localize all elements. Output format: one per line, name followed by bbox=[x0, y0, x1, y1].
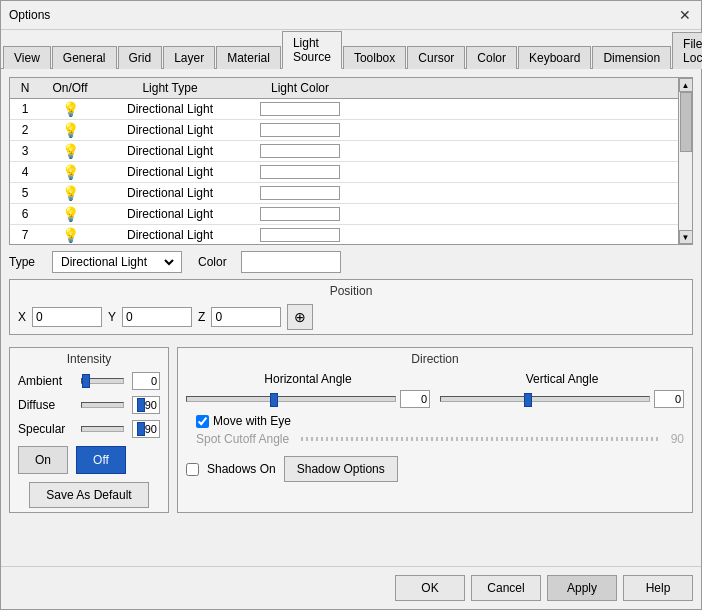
close-button[interactable]: ✕ bbox=[677, 7, 693, 23]
light-type: Directional Light bbox=[100, 228, 240, 242]
light-type: Directional Light bbox=[100, 207, 240, 221]
horizontal-angle-group: Horizontal Angle bbox=[186, 372, 430, 408]
spot-cutoff-track bbox=[301, 437, 658, 441]
tab-general[interactable]: General bbox=[52, 46, 117, 69]
light-type: Directional Light bbox=[100, 186, 240, 200]
options-window: Options ✕ View General Grid Layer Materi… bbox=[0, 0, 702, 610]
angle-row: Horizontal Angle Vertical Angle bbox=[186, 372, 684, 408]
content-area: N On/Off Light Type Light Color 1 💡 Dire… bbox=[1, 69, 701, 566]
type-label: Type bbox=[9, 255, 44, 269]
tab-keyboard[interactable]: Keyboard bbox=[518, 46, 591, 69]
scroll-thumb[interactable] bbox=[680, 92, 692, 152]
scrollbar[interactable]: ▲ ▼ bbox=[678, 78, 692, 244]
diffuse-slider[interactable] bbox=[81, 402, 124, 408]
help-button[interactable]: Help bbox=[623, 575, 693, 601]
bulb-icon: 💡 bbox=[62, 227, 79, 243]
apply-button[interactable]: Apply bbox=[547, 575, 617, 601]
x-input[interactable] bbox=[32, 307, 102, 327]
intensity-title: Intensity bbox=[18, 352, 160, 366]
cancel-button[interactable]: Cancel bbox=[471, 575, 541, 601]
bulb-icon: 💡 bbox=[62, 164, 79, 180]
table-row[interactable]: 2 💡 Directional Light bbox=[10, 120, 692, 141]
table-row[interactable]: 4 💡 Directional Light bbox=[10, 162, 692, 183]
tab-dimension[interactable]: Dimension bbox=[592, 46, 671, 69]
globe-button[interactable]: ⊕ bbox=[287, 304, 313, 330]
spot-cutoff-row: Spot Cutoff Angle 90 bbox=[186, 432, 684, 446]
tab-color[interactable]: Color bbox=[466, 46, 517, 69]
tab-view[interactable]: View bbox=[3, 46, 51, 69]
y-label: Y bbox=[108, 310, 116, 324]
save-default-button[interactable]: Save As Default bbox=[29, 482, 148, 508]
on-button[interactable]: On bbox=[18, 446, 68, 474]
table-row[interactable]: 3 💡 Directional Light bbox=[10, 141, 692, 162]
bottom-bar: OK Cancel Apply Help bbox=[1, 566, 701, 609]
shadow-options-button[interactable]: Shadow Options bbox=[284, 456, 398, 482]
panels-row: Intensity Ambient Diffuse bbox=[9, 347, 693, 513]
save-default-row: Save As Default bbox=[18, 482, 160, 508]
ambient-thumb[interactable] bbox=[82, 374, 90, 388]
color-swatch[interactable] bbox=[260, 102, 340, 116]
ambient-slider[interactable] bbox=[81, 378, 124, 384]
ambient-label: Ambient bbox=[18, 374, 73, 388]
diffuse-row: Diffuse bbox=[18, 396, 160, 414]
color-picker[interactable] bbox=[241, 251, 341, 273]
h-angle-slider-row bbox=[186, 390, 430, 408]
h-angle-value[interactable] bbox=[400, 390, 430, 408]
tab-layer[interactable]: Layer bbox=[163, 46, 215, 69]
light-table: N On/Off Light Type Light Color 1 💡 Dire… bbox=[9, 77, 693, 245]
bulb-icon: 💡 bbox=[62, 101, 79, 117]
h-angle-thumb[interactable] bbox=[270, 393, 278, 407]
ambient-value[interactable] bbox=[132, 372, 160, 390]
specular-slider[interactable] bbox=[81, 426, 124, 432]
table-header: N On/Off Light Type Light Color bbox=[10, 78, 692, 99]
spot-cutoff-value: 90 bbox=[671, 432, 684, 446]
v-angle-thumb[interactable] bbox=[524, 393, 532, 407]
v-angle-value[interactable] bbox=[654, 390, 684, 408]
tab-light-source[interactable]: Light Source bbox=[282, 31, 342, 69]
color-swatch[interactable] bbox=[260, 165, 340, 179]
color-swatch[interactable] bbox=[260, 207, 340, 221]
table-row[interactable]: 5 💡 Directional Light bbox=[10, 183, 692, 204]
table-row[interactable]: 6 💡 Directional Light bbox=[10, 204, 692, 225]
diffuse-thumb[interactable] bbox=[137, 398, 145, 412]
type-dropdown[interactable]: Directional Light bbox=[52, 251, 182, 273]
specular-thumb[interactable] bbox=[137, 422, 145, 436]
scroll-down[interactable]: ▼ bbox=[679, 230, 693, 244]
y-input[interactable] bbox=[122, 307, 192, 327]
shadows-row: Shadows On Shadow Options bbox=[186, 456, 684, 482]
tab-cursor[interactable]: Cursor bbox=[407, 46, 465, 69]
color-swatch[interactable] bbox=[260, 228, 340, 242]
intensity-panel: Intensity Ambient Diffuse bbox=[9, 347, 169, 513]
move-with-eye-row: Move with Eye bbox=[186, 414, 684, 428]
specular-label: Specular bbox=[18, 422, 73, 436]
tab-grid[interactable]: Grid bbox=[118, 46, 163, 69]
position-title: Position bbox=[18, 284, 684, 298]
spot-cutoff-label: Spot Cutoff Angle bbox=[196, 432, 289, 446]
shadows-on-checkbox[interactable] bbox=[186, 463, 199, 476]
col-header-type: Light Type bbox=[100, 81, 240, 95]
tab-toolbox[interactable]: Toolbox bbox=[343, 46, 406, 69]
tab-file-locations[interactable]: File Locations bbox=[672, 32, 702, 69]
direction-panel: Direction Horizontal Angle bbox=[177, 347, 693, 513]
move-with-eye-checkbox[interactable] bbox=[196, 415, 209, 428]
bulb-icon: 💡 bbox=[62, 143, 79, 159]
scroll-up[interactable]: ▲ bbox=[679, 78, 693, 92]
color-swatch[interactable] bbox=[260, 186, 340, 200]
table-row[interactable]: 7 💡 Directional Light bbox=[10, 225, 692, 245]
h-angle-label: Horizontal Angle bbox=[186, 372, 430, 386]
ambient-row: Ambient bbox=[18, 372, 160, 390]
type-select[interactable]: Directional Light bbox=[57, 252, 177, 272]
table-row[interactable]: 1 💡 Directional Light bbox=[10, 99, 692, 120]
col-header-color: Light Color bbox=[240, 81, 360, 95]
position-panel: Position X Y Z ⊕ bbox=[9, 279, 693, 335]
color-swatch[interactable] bbox=[260, 123, 340, 137]
color-label: Color bbox=[198, 255, 233, 269]
tab-material[interactable]: Material bbox=[216, 46, 281, 69]
scroll-track[interactable] bbox=[679, 92, 692, 230]
color-swatch[interactable] bbox=[260, 144, 340, 158]
bulb-icon: 💡 bbox=[62, 185, 79, 201]
light-type: Directional Light bbox=[100, 123, 240, 137]
ok-button[interactable]: OK bbox=[395, 575, 465, 601]
z-input[interactable] bbox=[211, 307, 281, 327]
off-button[interactable]: Off bbox=[76, 446, 126, 474]
